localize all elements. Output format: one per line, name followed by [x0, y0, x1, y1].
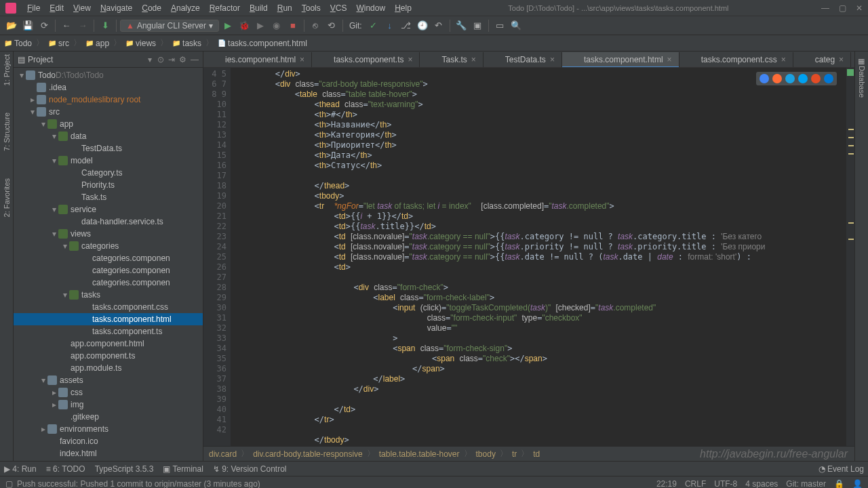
- bottom-tab[interactable]: TypeScript 3.5.3: [95, 464, 154, 474]
- revert-icon[interactable]: ↶: [431, 18, 446, 33]
- tree-row[interactable]: ▸environments: [14, 423, 203, 435]
- crumb-item[interactable]: 📄tasks.component.html: [218, 39, 307, 48]
- run-icon[interactable]: ▶: [220, 18, 235, 33]
- tree-row[interactable]: categories.componen: [14, 252, 203, 264]
- history-icon[interactable]: 🕘: [415, 18, 430, 33]
- bottom-tab[interactable]: ↯ 9: Version Control: [213, 464, 287, 474]
- encoding[interactable]: UTF-8: [714, 479, 737, 489]
- update-icon[interactable]: ⟲: [324, 18, 339, 33]
- tree-row[interactable]: ▾tasks: [14, 289, 203, 301]
- close-icon[interactable]: ✕: [856, 3, 863, 13]
- maximize-icon[interactable]: ▢: [839, 3, 846, 13]
- breadcrumb-item[interactable]: tr: [512, 449, 517, 459]
- breadcrumb-item[interactable]: div.card-body.table-responsive: [253, 449, 363, 459]
- forward-icon[interactable]: →: [75, 18, 90, 33]
- tree-row[interactable]: app.component.html: [14, 338, 203, 350]
- tree-row[interactable]: ▾Todo D:\Todo\Todo: [14, 69, 203, 81]
- tree-row[interactable]: ▾categories: [14, 240, 203, 252]
- browser-preview-bar[interactable]: [756, 72, 837, 85]
- code-editor[interactable]: </div> <div class="card-body table-respo…: [231, 68, 846, 446]
- tree-row[interactable]: ▾model: [14, 155, 203, 167]
- locate-icon[interactable]: ⊙: [157, 55, 164, 64]
- editor-tab[interactable]: TestData.ts×: [484, 52, 562, 67]
- menu-refactor[interactable]: Refactor: [205, 2, 244, 14]
- bottom-tab[interactable]: ▣ Terminal: [163, 464, 203, 474]
- branch-icon[interactable]: ⎇: [399, 18, 414, 33]
- browser-icon[interactable]: [811, 74, 821, 83]
- tree-row[interactable]: categories.componen: [14, 264, 203, 277]
- git-branch[interactable]: Git: master: [786, 479, 826, 489]
- coverage-icon[interactable]: ▶: [253, 18, 268, 33]
- crumb-item[interactable]: 📁views: [125, 39, 156, 48]
- project-tree[interactable]: ▾Todo D:\Todo\Todo.idea▸node_modules lib…: [14, 68, 203, 461]
- breadcrumb-item[interactable]: div.card: [209, 449, 237, 459]
- open-icon[interactable]: 📂: [4, 18, 19, 33]
- minimize-icon[interactable]: —: [821, 3, 829, 13]
- menu-view[interactable]: View: [69, 2, 95, 14]
- menu-navigate[interactable]: Navigate: [96, 2, 136, 14]
- build-icon[interactable]: ⬇: [98, 18, 113, 33]
- menu-code[interactable]: Code: [138, 2, 165, 14]
- database-tool[interactable]: Database: [858, 66, 866, 98]
- browser-icon[interactable]: [798, 74, 808, 83]
- caret-position[interactable]: 22:19: [656, 479, 677, 489]
- update-project-icon[interactable]: ↓: [382, 18, 397, 33]
- editor-tab[interactable]: Task.ts×: [420, 52, 483, 67]
- ide-icon[interactable]: ▣: [470, 18, 485, 33]
- back-icon[interactable]: ←: [59, 18, 74, 33]
- browser-icon[interactable]: [785, 74, 795, 83]
- tree-row[interactable]: .idea: [14, 81, 203, 94]
- bottom-tab[interactable]: ▶ 4: Run: [4, 464, 37, 474]
- hide-icon[interactable]: —: [191, 55, 199, 64]
- tree-row[interactable]: favicon.ico: [14, 435, 203, 447]
- menu-tools[interactable]: Tools: [298, 2, 325, 14]
- editor-tab[interactable]: tasks.component.css×: [679, 52, 793, 67]
- tree-row[interactable]: tasks.component.html: [14, 313, 203, 325]
- menu-file[interactable]: File: [23, 2, 44, 14]
- debug-icon[interactable]: 🐞: [237, 18, 252, 33]
- search-icon[interactable]: 🔍: [509, 18, 524, 33]
- left-tool[interactable]: 2: Favorites: [3, 178, 11, 217]
- attach-icon[interactable]: ⎋: [308, 18, 323, 33]
- crumb-item[interactable]: 📁Todo: [4, 39, 32, 48]
- stop-icon[interactable]: ■: [285, 18, 300, 33]
- marker-strip[interactable]: [846, 68, 854, 446]
- tree-row[interactable]: ▸node_modules library root: [14, 94, 203, 106]
- tree-row[interactable]: .gitkeep: [14, 411, 203, 423]
- tree-row[interactable]: ▾data: [14, 130, 203, 142]
- tree-row[interactable]: tasks.component.css: [14, 301, 203, 313]
- menu-run[interactable]: Run: [273, 2, 296, 14]
- breadcrumb-item[interactable]: tbody: [476, 449, 496, 459]
- event-log-tab[interactable]: ◔ Event Log: [818, 464, 864, 474]
- crumb-item[interactable]: 📁src: [48, 39, 69, 48]
- refresh-icon[interactable]: ⟳: [37, 18, 52, 33]
- browser-icon[interactable]: [824, 74, 833, 83]
- indent[interactable]: 4 spaces: [745, 479, 778, 489]
- tree-row[interactable]: main.ts: [14, 460, 203, 461]
- run-config-selector[interactable]: ▲Angular CLI Server▾: [120, 20, 219, 32]
- menu-help[interactable]: Help: [391, 2, 416, 14]
- collapse-icon[interactable]: ⇥: [168, 55, 175, 64]
- save-icon[interactable]: 💾: [20, 18, 35, 33]
- breadcrumb-item[interactable]: table.table.table-hover: [379, 449, 460, 459]
- tree-row[interactable]: app.module.ts: [14, 362, 203, 374]
- wrench-icon[interactable]: 🔧: [454, 18, 469, 33]
- editor-tab[interactable]: tasks.component.html×: [562, 52, 679, 67]
- tree-row[interactable]: ▾src: [14, 106, 203, 118]
- screen-icon[interactable]: ▭: [492, 18, 507, 33]
- line-separator[interactable]: CRLF: [685, 479, 706, 489]
- tree-row[interactable]: app.component.ts: [14, 350, 203, 362]
- menu-vcs[interactable]: VCS: [326, 2, 351, 14]
- tree-row[interactable]: Task.ts: [14, 191, 203, 203]
- tree-row[interactable]: tasks.component.ts: [14, 325, 203, 338]
- editor-tab[interactable]: ies.component.html×: [203, 52, 312, 67]
- crumb-item[interactable]: 📁tasks: [172, 39, 201, 48]
- editor-tab[interactable]: tasks.component.ts×: [312, 52, 420, 67]
- tree-row[interactable]: ▸css: [14, 386, 203, 399]
- tree-row[interactable]: Priority.ts: [14, 179, 203, 191]
- notification-icon[interactable]: 👤: [852, 479, 863, 489]
- tree-row[interactable]: ▸img: [14, 399, 203, 411]
- editor-tab[interactable]: categ×: [793, 52, 851, 67]
- breadcrumb-item[interactable]: td: [533, 449, 540, 459]
- lock-icon[interactable]: 🔒: [834, 479, 844, 489]
